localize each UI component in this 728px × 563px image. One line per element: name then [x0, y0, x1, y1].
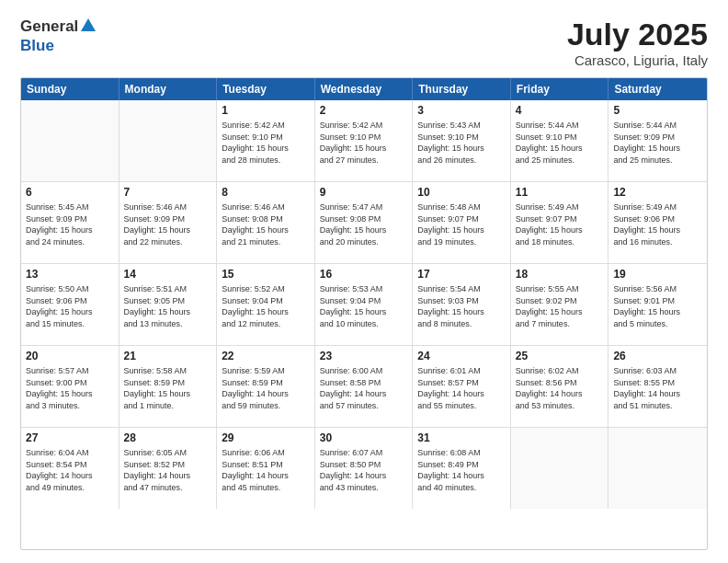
cell-info: Sunrise: 5:45 AM Sunset: 9:09 PM Dayligh… [26, 201, 114, 247]
cal-cell-15: 15Sunrise: 5:52 AM Sunset: 9:04 PM Dayli… [217, 264, 315, 345]
cal-cell-empty [21, 100, 119, 181]
cell-info: Sunrise: 5:54 AM Sunset: 9:03 PM Dayligh… [417, 283, 506, 329]
day-number: 6 [26, 186, 114, 199]
cal-cell-13: 13Sunrise: 5:50 AM Sunset: 9:06 PM Dayli… [21, 264, 119, 345]
cal-cell-18: 18Sunrise: 5:55 AM Sunset: 9:02 PM Dayli… [511, 264, 609, 345]
cell-info: Sunrise: 5:50 AM Sunset: 9:06 PM Dayligh… [26, 283, 114, 329]
day-number: 24 [417, 350, 506, 362]
cell-info: Sunrise: 5:46 AM Sunset: 9:09 PM Dayligh… [124, 201, 212, 247]
day-number: 5 [613, 104, 702, 117]
svg-marker-0 [81, 18, 96, 31]
day-number: 22 [222, 350, 310, 362]
logo-icon [80, 17, 97, 33]
cal-cell-19: 19Sunrise: 5:56 AM Sunset: 9:01 PM Dayli… [609, 264, 707, 345]
title-block: July 2025 Carasco, Liguria, Italy [567, 17, 708, 68]
cell-info: Sunrise: 5:52 AM Sunset: 9:04 PM Dayligh… [222, 283, 310, 329]
cal-week-2: 6Sunrise: 5:45 AM Sunset: 9:09 PM Daylig… [21, 181, 707, 263]
cell-info: Sunrise: 5:51 AM Sunset: 9:05 PM Dayligh… [124, 283, 212, 329]
header-day-saturday: Saturday [609, 78, 707, 100]
day-number: 15 [222, 268, 310, 281]
cal-week-4: 20Sunrise: 5:57 AM Sunset: 9:00 PM Dayli… [21, 345, 707, 427]
day-number: 18 [516, 268, 604, 281]
cell-info: Sunrise: 6:04 AM Sunset: 8:54 PM Dayligh… [26, 447, 114, 493]
day-number: 3 [417, 104, 506, 117]
cal-cell-17: 17Sunrise: 5:54 AM Sunset: 9:03 PM Dayli… [413, 264, 511, 345]
cell-info: Sunrise: 6:00 AM Sunset: 8:58 PM Dayligh… [320, 365, 408, 411]
cal-cell-6: 6Sunrise: 5:45 AM Sunset: 9:09 PM Daylig… [21, 182, 119, 263]
day-number: 4 [516, 104, 604, 117]
cal-cell-27: 27Sunrise: 6:04 AM Sunset: 8:54 PM Dayli… [21, 428, 119, 509]
day-number: 12 [613, 186, 702, 199]
cell-info: Sunrise: 6:07 AM Sunset: 8:50 PM Dayligh… [320, 447, 408, 493]
day-number: 16 [320, 268, 408, 281]
cal-week-1: 1Sunrise: 5:42 AM Sunset: 9:10 PM Daylig… [21, 100, 707, 181]
day-number: 17 [417, 268, 506, 281]
cal-cell-23: 23Sunrise: 6:00 AM Sunset: 8:58 PM Dayli… [315, 346, 414, 427]
cell-info: Sunrise: 5:58 AM Sunset: 8:59 PM Dayligh… [124, 365, 212, 411]
header-day-sunday: Sunday [21, 78, 119, 100]
cal-cell-25: 25Sunrise: 6:02 AM Sunset: 8:56 PM Dayli… [511, 346, 609, 427]
cal-cell-26: 26Sunrise: 6:03 AM Sunset: 8:55 PM Dayli… [609, 346, 707, 427]
cal-week-3: 13Sunrise: 5:50 AM Sunset: 9:06 PM Dayli… [21, 263, 707, 345]
day-number: 28 [124, 431, 212, 444]
cal-cell-5: 5Sunrise: 5:44 AM Sunset: 9:09 PM Daylig… [609, 100, 707, 181]
cal-cell-28: 28Sunrise: 6:05 AM Sunset: 8:52 PM Dayli… [119, 428, 218, 509]
day-number: 1 [222, 104, 310, 117]
header-day-friday: Friday [511, 78, 609, 100]
day-number: 27 [26, 431, 114, 444]
cell-info: Sunrise: 5:47 AM Sunset: 9:08 PM Dayligh… [320, 201, 408, 247]
cell-info: Sunrise: 5:49 AM Sunset: 9:06 PM Dayligh… [613, 201, 702, 247]
day-number: 9 [320, 186, 408, 199]
day-number: 7 [124, 186, 212, 199]
cal-cell-14: 14Sunrise: 5:51 AM Sunset: 9:05 PM Dayli… [119, 264, 218, 345]
day-number: 8 [222, 186, 310, 199]
cal-cell-7: 7Sunrise: 5:46 AM Sunset: 9:09 PM Daylig… [119, 182, 218, 263]
cal-cell-24: 24Sunrise: 6:01 AM Sunset: 8:57 PM Dayli… [413, 346, 511, 427]
day-number: 13 [26, 268, 114, 281]
cal-cell-4: 4Sunrise: 5:44 AM Sunset: 9:10 PM Daylig… [511, 100, 609, 181]
cell-info: Sunrise: 5:56 AM Sunset: 9:01 PM Dayligh… [613, 283, 702, 329]
cal-cell-12: 12Sunrise: 5:49 AM Sunset: 9:06 PM Dayli… [609, 182, 707, 263]
cell-info: Sunrise: 5:59 AM Sunset: 8:59 PM Dayligh… [222, 365, 310, 411]
day-number: 2 [320, 104, 408, 117]
day-number: 25 [516, 350, 604, 362]
header: General Blue July 2025 Carasco, Liguria,… [20, 17, 708, 68]
cell-info: Sunrise: 6:05 AM Sunset: 8:52 PM Dayligh… [124, 447, 212, 493]
cal-cell-30: 30Sunrise: 6:07 AM Sunset: 8:50 PM Dayli… [315, 428, 414, 509]
cal-cell-31: 31Sunrise: 6:08 AM Sunset: 8:49 PM Dayli… [413, 428, 511, 509]
header-day-thursday: Thursday [413, 78, 511, 100]
cal-cell-8: 8Sunrise: 5:46 AM Sunset: 9:08 PM Daylig… [217, 182, 315, 263]
cell-info: Sunrise: 5:53 AM Sunset: 9:04 PM Dayligh… [320, 283, 408, 329]
calendar-header: SundayMondayTuesdayWednesdayThursdayFrid… [21, 78, 707, 100]
cal-cell-21: 21Sunrise: 5:58 AM Sunset: 8:59 PM Dayli… [119, 346, 218, 427]
header-day-wednesday: Wednesday [315, 78, 414, 100]
cell-info: Sunrise: 5:48 AM Sunset: 9:07 PM Dayligh… [417, 201, 506, 247]
cell-info: Sunrise: 5:49 AM Sunset: 9:07 PM Dayligh… [516, 201, 604, 247]
day-number: 30 [320, 431, 408, 444]
cell-info: Sunrise: 5:46 AM Sunset: 9:08 PM Dayligh… [222, 201, 310, 247]
cell-info: Sunrise: 5:44 AM Sunset: 9:10 PM Dayligh… [516, 120, 604, 166]
location-title: Carasco, Liguria, Italy [567, 52, 708, 68]
day-number: 19 [613, 268, 702, 281]
day-number: 23 [320, 350, 408, 362]
cal-cell-29: 29Sunrise: 6:06 AM Sunset: 8:51 PM Dayli… [217, 428, 315, 509]
header-day-tuesday: Tuesday [217, 78, 315, 100]
page: General Blue July 2025 Carasco, Liguria,… [0, 0, 728, 563]
day-number: 21 [124, 350, 212, 362]
day-number: 11 [516, 186, 604, 199]
cell-info: Sunrise: 6:06 AM Sunset: 8:51 PM Dayligh… [222, 447, 310, 493]
cal-cell-11: 11Sunrise: 5:49 AM Sunset: 9:07 PM Dayli… [511, 182, 609, 263]
day-number: 10 [417, 186, 506, 199]
day-number: 14 [124, 268, 212, 281]
cell-info: Sunrise: 5:44 AM Sunset: 9:09 PM Dayligh… [613, 120, 702, 166]
cell-info: Sunrise: 5:42 AM Sunset: 9:10 PM Dayligh… [320, 120, 408, 166]
cal-week-5: 27Sunrise: 6:04 AM Sunset: 8:54 PM Dayli… [21, 427, 707, 509]
cal-cell-16: 16Sunrise: 5:53 AM Sunset: 9:04 PM Dayli… [315, 264, 414, 345]
cal-cell-22: 22Sunrise: 5:59 AM Sunset: 8:59 PM Dayli… [217, 346, 315, 427]
day-number: 31 [417, 431, 506, 444]
header-day-monday: Monday [119, 78, 218, 100]
month-title: July 2025 [567, 17, 708, 52]
calendar-body: 1Sunrise: 5:42 AM Sunset: 9:10 PM Daylig… [21, 100, 707, 509]
day-number: 26 [613, 350, 702, 362]
cal-cell-empty [119, 100, 218, 181]
